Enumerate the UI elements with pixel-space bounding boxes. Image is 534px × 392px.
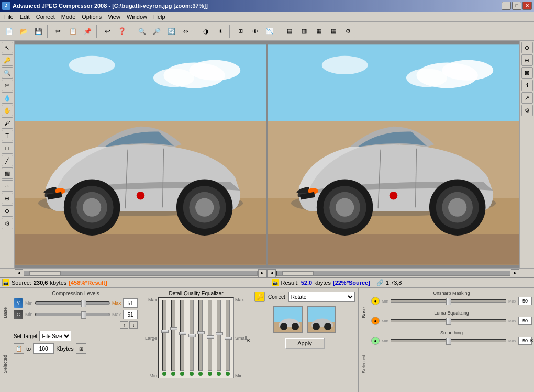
toolbar-layout1[interactable]: ▤ bbox=[283, 25, 296, 38]
toolbar-cut[interactable]: ✂ bbox=[51, 25, 65, 38]
right-scroll-thumb[interactable] bbox=[282, 271, 314, 275]
toolbar-copy[interactable]: 📋 bbox=[66, 25, 80, 38]
close-button[interactable]: ✕ bbox=[522, 2, 532, 10]
tool-eyedrop[interactable]: 💧 bbox=[2, 92, 13, 104]
toolbar-layout4[interactable]: ▦ bbox=[327, 25, 340, 38]
apply-button[interactable]: Apply bbox=[285, 338, 325, 349]
file-size-select[interactable]: File Size Quality bbox=[39, 331, 71, 341]
toolbar-save[interactable]: 💾 bbox=[31, 25, 45, 38]
maximize-button[interactable]: □ bbox=[512, 2, 521, 10]
tool-zoom2[interactable]: ⊕ bbox=[2, 193, 13, 204]
tab-base-left[interactable]: Base bbox=[3, 307, 8, 318]
right-scroll-left[interactable]: ◄ bbox=[268, 269, 276, 277]
comp-slider-2-thumb[interactable] bbox=[81, 311, 86, 319]
eq-slider-4[interactable] bbox=[190, 300, 194, 371]
tool-rect[interactable]: □ bbox=[2, 142, 13, 154]
toolbar-settings[interactable]: ⚙ bbox=[341, 25, 355, 38]
menu-mode[interactable]: Mode bbox=[58, 13, 79, 21]
toolbar-rotate[interactable]: 🔄 bbox=[164, 25, 178, 38]
eq-slider-5[interactable] bbox=[198, 300, 203, 371]
eq-handle-7[interactable] bbox=[216, 332, 223, 335]
menu-options[interactable]: Options bbox=[79, 13, 105, 21]
menu-edit[interactable]: Edit bbox=[17, 13, 33, 21]
eq-handle-5[interactable] bbox=[197, 331, 205, 334]
toolbar-brightness[interactable]: ☀ bbox=[214, 25, 227, 38]
tool-zoom3[interactable]: ⊖ bbox=[2, 205, 13, 217]
tool-text[interactable]: T bbox=[2, 130, 13, 141]
thumb-1[interactable] bbox=[273, 306, 303, 333]
toolbar-compress[interactable]: 📉 bbox=[263, 25, 276, 38]
toolbar-undo[interactable]: ↩ bbox=[101, 25, 114, 38]
eq-slider-1[interactable] bbox=[162, 300, 166, 371]
toolbar-help[interactable]: ❓ bbox=[115, 25, 129, 38]
eq-handle-6[interactable] bbox=[207, 335, 214, 339]
tab-base-right[interactable]: Base bbox=[361, 307, 366, 318]
left-scroll-track[interactable] bbox=[24, 271, 258, 276]
toolbar-layout3[interactable]: ▦ bbox=[312, 25, 326, 38]
right-zoom-out[interactable]: ⊖ bbox=[521, 54, 533, 66]
unsharp-slider-thumb[interactable] bbox=[446, 298, 451, 305]
left-scroll-left[interactable]: ◄ bbox=[15, 269, 23, 277]
toolbar-batch[interactable]: ⊞ bbox=[233, 25, 247, 38]
eq-slider-3[interactable] bbox=[180, 300, 184, 371]
right-settings3[interactable]: ⚙ bbox=[521, 105, 533, 116]
tool-select[interactable]: ↖ bbox=[2, 42, 13, 53]
comp-arrow-down[interactable]: ↓ bbox=[129, 321, 138, 329]
eq-handle-4[interactable] bbox=[188, 334, 196, 337]
menu-view[interactable]: View bbox=[105, 13, 124, 21]
toolbar-contrast[interactable]: ◑ bbox=[199, 25, 213, 38]
right-export[interactable]: ↗ bbox=[521, 92, 533, 104]
tool-line[interactable]: ╱ bbox=[2, 155, 13, 166]
correct-select[interactable]: Rotate Flip Crop bbox=[288, 292, 355, 302]
left-scroll-thumb[interactable] bbox=[29, 271, 61, 275]
tool-settings2[interactable]: ⚙ bbox=[2, 218, 13, 229]
comp-slider-2-track[interactable] bbox=[35, 313, 110, 316]
minimize-button[interactable]: ─ bbox=[502, 2, 511, 10]
tool-brush[interactable]: 🖌 bbox=[2, 117, 13, 129]
menu-window[interactable]: Window bbox=[124, 13, 150, 21]
tool-key[interactable]: 🔑 bbox=[2, 54, 13, 66]
right-scroll-right[interactable]: ► bbox=[511, 269, 519, 277]
menu-file[interactable]: File bbox=[1, 13, 17, 21]
comp-arrow-up[interactable]: ↑ bbox=[120, 321, 128, 329]
right-scroll-track[interactable] bbox=[276, 271, 510, 276]
smoothing-slider-track[interactable] bbox=[391, 339, 506, 342]
tool-hand[interactable]: ✋ bbox=[2, 105, 13, 116]
eq-handle-1[interactable] bbox=[161, 330, 169, 333]
toolbar-open[interactable]: 📂 bbox=[17, 25, 30, 38]
comp-slider-1-thumb[interactable] bbox=[81, 300, 86, 307]
menu-correct[interactable]: Correct bbox=[33, 13, 58, 21]
left-scroll-right[interactable]: ► bbox=[258, 269, 266, 277]
target-icon[interactable]: 📋 bbox=[14, 343, 24, 354]
eq-handle-3[interactable] bbox=[179, 332, 186, 335]
tab-selected-right[interactable]: Selected bbox=[361, 355, 366, 373]
eq-handle-2[interactable] bbox=[170, 327, 177, 330]
right-info[interactable]: ℹ bbox=[521, 80, 533, 91]
toolbar-flip[interactable]: ⇔ bbox=[179, 25, 193, 38]
unsharp-slider-track[interactable] bbox=[391, 299, 506, 303]
luma-slider-thumb[interactable] bbox=[446, 318, 451, 325]
right-zoom-in[interactable]: ⊕ bbox=[521, 42, 533, 53]
eq-slider-7[interactable] bbox=[217, 300, 221, 371]
tool-measure[interactable]: ↔ bbox=[2, 180, 13, 192]
eq-slider-2[interactable] bbox=[171, 300, 175, 371]
toolbar-layout2[interactable]: ▥ bbox=[297, 25, 311, 38]
toolbar-zoom-in[interactable]: 🔍 bbox=[135, 25, 149, 38]
smoothing-slider-thumb[interactable] bbox=[446, 338, 451, 345]
comp-slider-1-track[interactable] bbox=[35, 301, 110, 305]
luma-slider-track[interactable] bbox=[391, 319, 506, 322]
tool-fill[interactable]: ▧ bbox=[2, 167, 13, 179]
right-zoom-fit[interactable]: ⊠ bbox=[521, 67, 533, 79]
target-btn[interactable]: ⊞ bbox=[76, 343, 86, 354]
eq-slider-8[interactable] bbox=[226, 300, 230, 371]
eq-handle-8[interactable] bbox=[225, 337, 232, 340]
eq-slider-6[interactable] bbox=[208, 300, 212, 371]
menu-help[interactable]: Help bbox=[150, 13, 169, 21]
tab-selected-left[interactable]: Selected bbox=[3, 355, 8, 373]
thumb-2[interactable] bbox=[307, 306, 336, 333]
toolbar-paste[interactable]: 📌 bbox=[81, 25, 94, 38]
toolbar-zoom-out[interactable]: 🔎 bbox=[150, 25, 163, 38]
tool-zoom[interactable]: 🔍 bbox=[2, 67, 13, 79]
toolbar-preview[interactable]: 👁 bbox=[248, 25, 262, 38]
toolbar-new[interactable]: 📄 bbox=[2, 25, 16, 38]
